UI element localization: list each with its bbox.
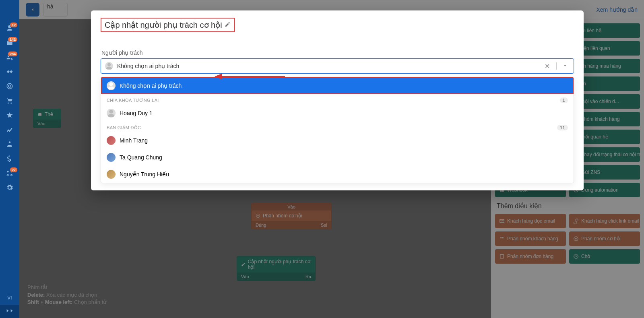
owner-select-value: Không chọn ai phụ trách	[117, 63, 538, 69]
chevron-down-icon[interactable]	[561, 63, 570, 70]
dd-group-1: CHÌA KHÓA TƯƠNG LAI 1	[101, 94, 574, 105]
dd-option-hoangduy[interactable]: Hoang Duy 1	[101, 105, 574, 122]
modal-title: Cập nhật người phụ trách cơ hội	[105, 20, 222, 30]
sidebar-handshake[interactable]	[0, 68, 19, 75]
dd-group-2-count: 11	[557, 125, 568, 130]
dd-option-label: Minh Trang	[120, 137, 148, 144]
svg-point-0	[7, 83, 12, 89]
avatar-icon	[107, 109, 116, 118]
dd-group-2-name: BAN GIÁM ĐỐC	[107, 125, 141, 130]
sidebar-dollar[interactable]	[0, 155, 19, 162]
badge-people: 284	[8, 51, 18, 57]
owner-dropdown[interactable]: Không chọn ai phụ trách CHÌA KHÓA TƯƠNG …	[101, 77, 574, 183]
modal-title-highlight: Cập nhật người phụ trách cơ hội	[101, 18, 235, 32]
owner-select[interactable]: Không chọn ai phụ trách ✕	[101, 58, 574, 74]
sidebar-target[interactable]	[0, 83, 19, 90]
dd-option-minhtrang[interactable]: Minh Trang	[101, 132, 574, 149]
sidebar-bottom: VI	[0, 291, 19, 318]
avatar-icon	[107, 153, 116, 162]
sidebar-star[interactable]	[0, 112, 19, 119]
badge-org: 27	[10, 167, 18, 173]
selected-avatar-icon	[105, 62, 113, 70]
dd-option-nguyentrunghieu[interactable]: Nguyễn Trung Hiếu	[101, 166, 574, 183]
svg-point-10	[109, 110, 113, 114]
sidebar-people[interactable]: 284	[0, 54, 19, 61]
avatar-none-icon	[107, 81, 116, 90]
dd-group-1-count: 1	[560, 97, 568, 103]
sidebar-cases[interactable]: 142	[0, 39, 19, 46]
main-area: hà Xem hướng dẫn Thê Vào VàoRa Vào Phân …	[19, 0, 644, 318]
sidebar-cart[interactable]	[0, 97, 19, 104]
dd-option-taquangchung[interactable]: Ta Quang Chung	[101, 149, 574, 166]
edit-title-icon[interactable]	[225, 21, 231, 29]
owner-field-label: Người phụ trách	[101, 50, 574, 56]
sidebar: 12 142 284 2	[0, 0, 19, 318]
avatar-icon	[107, 170, 116, 179]
svg-point-8	[107, 63, 111, 66]
dd-option-label: Ta Quang Chung	[120, 154, 162, 161]
dd-option-none-label: Không chọn ai phụ trách	[120, 83, 182, 89]
dd-option-none[interactable]: Không chọn ai phụ trách	[101, 77, 574, 94]
svg-point-1	[8, 85, 11, 87]
svg-point-9	[109, 83, 113, 86]
sidebar-org[interactable]	[0, 140, 19, 148]
sidebar-org2[interactable]: 27	[0, 169, 19, 177]
sidebar-contacts[interactable]: 12	[0, 25, 19, 32]
language-selector[interactable]: VI	[0, 291, 19, 305]
app-root: 12 142 284 2	[0, 0, 644, 318]
dd-option-label: Nguyễn Trung Hiếu	[120, 171, 169, 178]
update-owner-modal: Cập nhật người phụ trách cơ hội Người ph…	[91, 10, 584, 190]
dd-group-2: BAN GIÁM ĐỐC 11	[101, 122, 574, 132]
dd-group-1-name: CHÌA KHÓA TƯƠNG LAI	[107, 98, 159, 103]
sidebar-settings[interactable]	[0, 184, 19, 191]
sidebar-chart[interactable]	[0, 126, 19, 133]
avatar-icon	[107, 136, 116, 145]
badge-cases: 142	[8, 37, 18, 42]
clear-selection-icon[interactable]: ✕	[542, 62, 552, 70]
dd-option-label: Hoang Duy 1	[120, 110, 153, 116]
badge-contacts: 12	[10, 22, 18, 28]
sidebar-expand-button[interactable]	[0, 305, 19, 318]
